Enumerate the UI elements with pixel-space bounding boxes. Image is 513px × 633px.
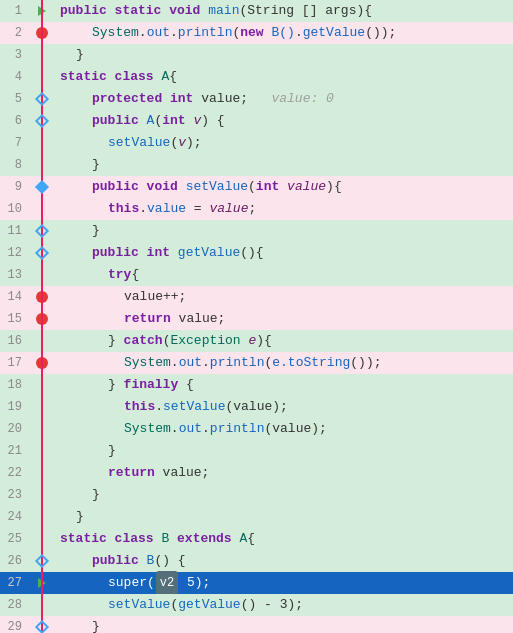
gutter-icon[interactable] (28, 594, 56, 616)
line-number: 16 (0, 330, 28, 352)
gutter-icon[interactable] (28, 198, 56, 220)
token: B() (271, 22, 294, 44)
code-editor: 1public static void main(String [] args)… (0, 0, 513, 633)
code-text: try{ (56, 264, 513, 286)
gutter-icon[interactable] (28, 132, 56, 154)
token: public (92, 242, 147, 264)
bookmark-outline-icon[interactable] (35, 92, 49, 106)
token: out (147, 22, 170, 44)
gutter-icon[interactable] (28, 88, 56, 110)
code-text: setValue(v); (56, 132, 513, 154)
line-number: 13 (0, 264, 28, 286)
code-line: 22return value; (0, 462, 513, 484)
token: ){ (326, 176, 342, 198)
token: public (92, 176, 147, 198)
debug-value-badge: v2 (156, 571, 178, 595)
token: finally (124, 374, 186, 396)
code-line: 26public B() { (0, 550, 513, 572)
code-text: setValue(getValue() - 3); (56, 594, 513, 616)
token: int (256, 176, 287, 198)
gutter-icon[interactable] (28, 110, 56, 132)
token: ; (248, 198, 256, 220)
code-text: } (56, 616, 513, 633)
code-line: 7setValue(v); (0, 132, 513, 154)
gutter-icon[interactable] (28, 352, 56, 374)
gutter-icon[interactable] (28, 396, 56, 418)
token: B (161, 528, 177, 550)
code-text: return value; (56, 308, 513, 330)
code-line: 24} (0, 506, 513, 528)
gutter-icon[interactable] (28, 484, 56, 506)
token: int (162, 110, 193, 132)
token: ( (232, 22, 240, 44)
token: . (139, 198, 147, 220)
gutter-icon[interactable] (28, 616, 56, 633)
line-number: 9 (0, 176, 28, 198)
token: A (161, 66, 169, 88)
gutter-icon[interactable] (28, 44, 56, 66)
token: setValue (108, 132, 170, 154)
bookmark-icon[interactable] (35, 180, 49, 194)
code-text: public void setValue(int value){ (56, 176, 513, 198)
gutter-icon[interactable] (28, 572, 56, 594)
line-number: 12 (0, 242, 28, 264)
token: B (147, 550, 155, 572)
bookmark-outline-icon[interactable] (35, 620, 49, 633)
code-text: } finally { (56, 374, 513, 396)
line-number: 18 (0, 374, 28, 396)
gutter-icon[interactable] (28, 176, 56, 198)
line-number: 28 (0, 594, 28, 616)
token: setValue (186, 176, 248, 198)
token: ( (170, 594, 178, 616)
token: Exception (170, 330, 248, 352)
token: = (186, 198, 209, 220)
gutter-icon[interactable] (28, 66, 56, 88)
token: A (239, 528, 247, 550)
line-number: 21 (0, 440, 28, 462)
token: System (124, 352, 171, 374)
gutter-icon[interactable] (28, 374, 56, 396)
code-text: protected int value; value: 0 (56, 88, 513, 110)
code-text: System.out.println(value); (56, 418, 513, 440)
gutter-icon[interactable] (28, 264, 56, 286)
bookmark-outline-icon[interactable] (35, 246, 49, 260)
gutter-icon[interactable] (28, 0, 56, 22)
token: } (92, 484, 100, 506)
code-line: 11} (0, 220, 513, 242)
token: out (179, 352, 202, 374)
bookmark-outline-icon[interactable] (35, 114, 49, 128)
gutter-icon[interactable] (28, 418, 56, 440)
token: (String [] args){ (239, 0, 372, 22)
token: ( (154, 110, 162, 132)
gutter-icon[interactable] (28, 154, 56, 176)
gutter-icon[interactable] (28, 550, 56, 572)
gutter-icon[interactable] (28, 242, 56, 264)
token: v (193, 110, 201, 132)
gutter-icon[interactable] (28, 220, 56, 242)
bookmark-outline-icon[interactable] (35, 224, 49, 238)
token: int (147, 242, 178, 264)
token: catch (124, 330, 163, 352)
line-number: 15 (0, 308, 28, 330)
bookmark-outline-icon[interactable] (35, 554, 49, 568)
gutter-icon[interactable] (28, 462, 56, 484)
line-number: 23 (0, 484, 28, 506)
code-text: } (56, 44, 513, 66)
line-number: 26 (0, 550, 28, 572)
token: new (240, 22, 271, 44)
gutter-icon[interactable] (28, 22, 56, 44)
gutter-icon[interactable] (28, 528, 56, 550)
gutter-icon[interactable] (28, 308, 56, 330)
token: value++; (124, 286, 186, 308)
code-text: System.out.println(new B().getValue()); (56, 22, 513, 44)
token: ) { (201, 110, 224, 132)
gutter-icon[interactable] (28, 286, 56, 308)
gutter-icon[interactable] (28, 330, 56, 352)
token: value); (233, 396, 288, 418)
token: public (92, 110, 147, 132)
token: setValue (163, 396, 225, 418)
token: public (92, 550, 147, 572)
code-text: static class A{ (56, 66, 513, 88)
gutter-icon[interactable] (28, 506, 56, 528)
gutter-icon[interactable] (28, 440, 56, 462)
